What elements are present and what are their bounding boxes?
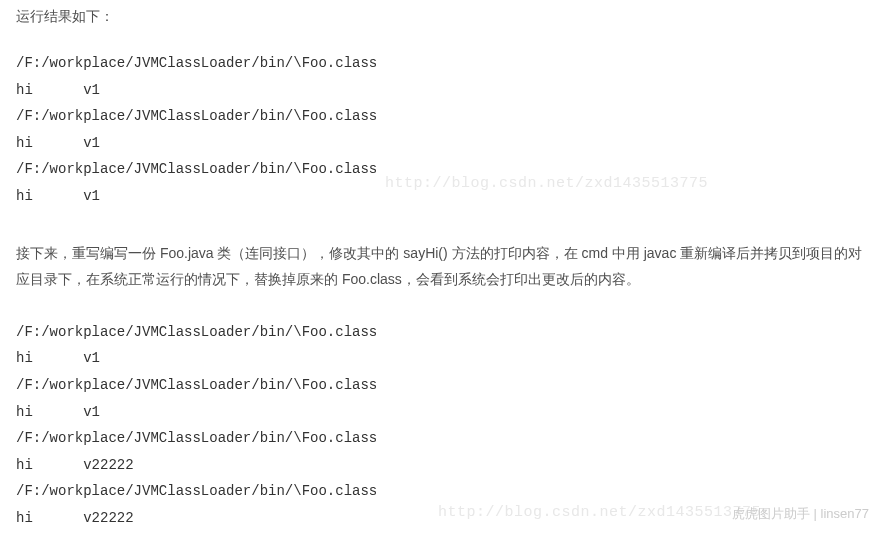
intro-text: 运行结果如下： <box>16 8 867 26</box>
attribution-text: 虎虎图片助手 | linsen77 <box>732 505 869 523</box>
code-output-2: /F:/workplace/JVMClassLoader/bin/\Foo.cl… <box>16 319 867 532</box>
explanation-paragraph: 接下来，重写编写一份 Foo.java 类（连同接口），修改其中的 sayHi(… <box>16 240 867 293</box>
code-output-1: /F:/workplace/JVMClassLoader/bin/\Foo.cl… <box>16 50 867 210</box>
